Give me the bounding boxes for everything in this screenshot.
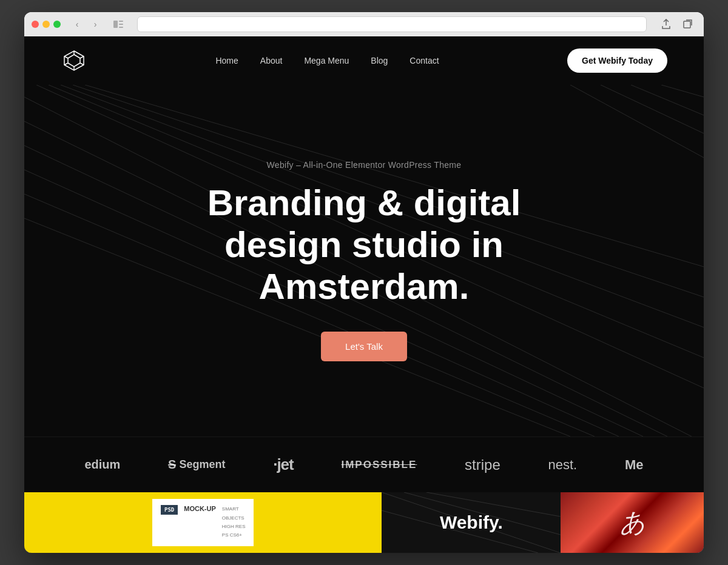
nav-mega-menu[interactable]: Mega Menu bbox=[304, 56, 349, 65]
portfolio-japanese-text: あ bbox=[618, 504, 647, 541]
logo-nest: nest. bbox=[548, 457, 578, 473]
url-bar[interactable] bbox=[137, 16, 647, 32]
browser-actions bbox=[658, 16, 696, 32]
hero-title: Branding & digital design studio in Amst… bbox=[152, 182, 576, 307]
svg-line-11 bbox=[64, 63, 68, 65]
maximize-button[interactable] bbox=[53, 21, 61, 28]
nav-about[interactable]: About bbox=[260, 56, 283, 65]
svg-line-8 bbox=[80, 56, 84, 58]
logos-strip: edium S Segment ·jet IMPOSSIBLE stripe n… bbox=[24, 436, 704, 492]
svg-line-27 bbox=[661, 85, 704, 97]
svg-rect-1 bbox=[119, 21, 123, 22]
minimize-button[interactable] bbox=[42, 21, 50, 28]
get-webify-button[interactable]: Get Webify Today bbox=[567, 48, 667, 73]
nav-contact[interactable]: Contact bbox=[410, 56, 439, 65]
hero-cta-button[interactable]: Let's Talk bbox=[321, 332, 407, 361]
share-button[interactable] bbox=[658, 16, 675, 32]
portfolio-item-dark: Webify. bbox=[382, 492, 561, 553]
hero-content: Webify – All-in-One Elementor WordPress … bbox=[127, 160, 601, 361]
logo-impossible: IMPOSSIBLE bbox=[341, 459, 417, 471]
browser-window: ‹ › bbox=[24, 12, 704, 553]
logo-segment: S Segment bbox=[168, 458, 225, 472]
nav-home[interactable]: Home bbox=[215, 56, 238, 65]
svg-marker-6 bbox=[68, 55, 80, 67]
svg-line-25 bbox=[601, 85, 704, 133]
browser-bar: ‹ › bbox=[24, 12, 704, 36]
website-content: Home About Mega Menu Blog Contact Get We… bbox=[24, 36, 704, 553]
traffic-lights bbox=[32, 21, 61, 28]
mockup-details: SMARTOBJECTSHIGH RESPS CS6+ bbox=[222, 505, 246, 540]
main-nav: Home About Mega Menu Blog Contact Get We… bbox=[24, 36, 704, 85]
svg-rect-2 bbox=[119, 24, 123, 25]
portfolio-webify-text: Webify. bbox=[440, 512, 503, 533]
new-tab-button[interactable] bbox=[679, 16, 696, 32]
logo-stripe: stripe bbox=[465, 456, 500, 473]
browser-nav-buttons: ‹ › bbox=[69, 18, 103, 30]
sidebar-toggle-button[interactable] bbox=[110, 18, 126, 30]
hero-section: Webify – All-in-One Elementor WordPress … bbox=[24, 85, 704, 436]
portfolio-strip: PSD MOCK-UP SMARTOBJECTSHIGH RESPS CS6+ … bbox=[24, 492, 704, 553]
nav-links: Home About Mega Menu Blog Contact bbox=[215, 55, 439, 66]
nav-blog[interactable]: Blog bbox=[371, 56, 388, 65]
portfolio-item-yellow: PSD MOCK-UP SMARTOBJECTSHIGH RESPS CS6+ bbox=[24, 492, 382, 553]
svg-line-9 bbox=[80, 63, 84, 65]
svg-rect-3 bbox=[119, 27, 123, 28]
forward-button[interactable]: › bbox=[87, 18, 103, 30]
svg-line-26 bbox=[631, 85, 704, 115]
svg-rect-0 bbox=[113, 21, 118, 28]
logo-medium2: Me bbox=[625, 457, 644, 473]
logo-medium: edium bbox=[84, 458, 120, 472]
mockup-title: MOCK-UP bbox=[184, 505, 216, 512]
hero-subtitle: Webify – All-in-One Elementor WordPress … bbox=[152, 160, 576, 170]
logo[interactable] bbox=[61, 50, 87, 72]
close-button[interactable] bbox=[32, 21, 39, 28]
svg-line-12 bbox=[64, 56, 68, 58]
portfolio-item-red: あ bbox=[561, 492, 704, 553]
svg-rect-4 bbox=[684, 21, 690, 28]
logo-jet: ·jet bbox=[273, 455, 294, 474]
svg-line-24 bbox=[570, 85, 704, 158]
back-button[interactable]: ‹ bbox=[69, 18, 85, 30]
